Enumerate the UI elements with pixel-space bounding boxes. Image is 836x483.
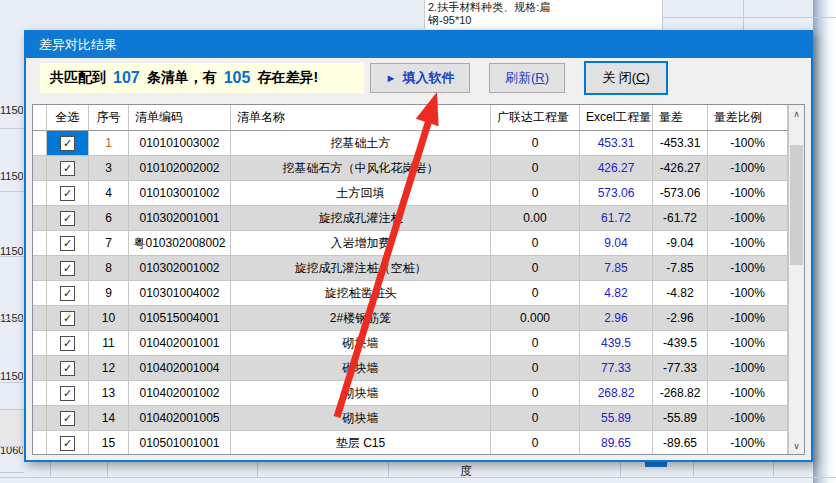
row-checkbox[interactable]: ✓ (60, 361, 75, 376)
header-seq[interactable]: 序号 (89, 105, 129, 131)
close-button[interactable]: 关 闭(C) (584, 61, 668, 95)
cell-diff: -77.33 (653, 356, 708, 381)
table-row[interactable]: ✓ 11 010402001001 砌块墙 0 439.5 -439.5 -10… (33, 331, 788, 356)
cell-name: 砌块墙 (231, 356, 491, 381)
table-row[interactable]: ✓ 1 010101003002 挖基础土方 0 453.31 -453.31 … (33, 131, 788, 156)
header-excel-qty[interactable]: Excel工程量 (580, 105, 653, 131)
cell-seq: 6 (89, 206, 129, 231)
header-diff[interactable]: 量差 (653, 105, 708, 131)
cell-seq: 12 (89, 356, 129, 381)
header-ratio[interactable]: 量差比例 (708, 105, 788, 131)
matched-count: 107 (113, 69, 140, 87)
cell-excel-qty: 4.82 (580, 281, 653, 306)
row-checkbox[interactable]: ✓ (60, 436, 75, 451)
cell-gld-qty: 0 (491, 331, 580, 356)
table-row[interactable]: ✓ 4 010103001002 土方回填 0 573.06 -573.06 -… (33, 181, 788, 206)
cell-code: 010501001001 (129, 431, 231, 455)
checkmark-icon: ✓ (63, 213, 72, 224)
header-code[interactable]: 清单编码 (129, 105, 231, 131)
checkmark-icon: ✓ (63, 313, 72, 324)
row-checkbox[interactable]: ✓ (60, 161, 75, 176)
grid-line (0, 319, 24, 320)
cell-gld-qty: 0 (491, 231, 580, 256)
header-select-all[interactable]: 全选 (47, 105, 89, 131)
row-checkbox[interactable]: ✓ (60, 261, 75, 276)
table-vertical-scrollbar[interactable]: ∧ ∨ (788, 105, 804, 454)
cell-seq: 8 (89, 256, 129, 281)
row-checkbox[interactable]: ✓ (60, 136, 75, 151)
row-checkbox[interactable]: ✓ (60, 336, 75, 351)
row-checkbox[interactable]: ✓ (60, 186, 75, 201)
fill-button-label: 填入软件 (402, 69, 454, 87)
dialog-titlebar[interactable]: 差异对比结果 (26, 32, 811, 58)
cell-seq: 14 (89, 406, 129, 431)
table-row[interactable]: ✓ 13 010402001002 砌块墙 0 268.82 -268.82 -… (33, 381, 788, 406)
background-row-number: 11503 (0, 170, 23, 182)
scroll-up-icon[interactable]: ∧ (789, 105, 804, 122)
row-checkbox[interactable]: ✓ (60, 311, 75, 326)
cell-seq: 13 (89, 381, 129, 406)
cell-code: 010402001001 (129, 331, 231, 356)
cell-gutter (33, 406, 47, 431)
cell-excel-qty: 268.82 (580, 381, 653, 406)
scrollbar-thumb[interactable] (790, 145, 803, 265)
grid-line (0, 382, 24, 383)
cell-gutter (33, 331, 47, 356)
row-checkbox[interactable]: ✓ (60, 411, 75, 426)
cell-name: 挖基础石方（中风化花岗岩） (231, 156, 491, 181)
cell-checkbox: ✓ (47, 181, 89, 206)
cell-name: 垫层 C15 (231, 431, 491, 455)
cell-ratio: -100% (708, 381, 788, 406)
cell-checkbox: ✓ (47, 206, 89, 231)
cell-gutter (33, 281, 47, 306)
cell-diff: -61.72 (653, 206, 708, 231)
grid-line (0, 477, 836, 478)
cell-excel-qty: 439.5 (580, 331, 653, 356)
cell-diff: -453.31 (653, 131, 708, 156)
cell-diff: -426.27 (653, 156, 708, 181)
table-row[interactable]: ✓ 9 010301004002 旋挖桩凿桩头 0 4.82 -4.82 -10… (33, 281, 788, 306)
cell-checkbox: ✓ (47, 406, 89, 431)
cell-gutter (33, 381, 47, 406)
fill-into-software-button[interactable]: ► 填入软件 (370, 63, 470, 93)
grid-line (663, 17, 836, 18)
table-row[interactable]: ✓ 3 010102002002 挖基础石方（中风化花岗岩） 0 426.27 … (33, 156, 788, 181)
table-row[interactable]: ✓ 7 粤010302008002 入岩增加费 0 9.04 -9.04 -10… (33, 231, 788, 256)
row-checkbox[interactable]: ✓ (60, 211, 75, 226)
cell-ratio: -100% (708, 256, 788, 281)
grid-line (0, 191, 24, 192)
summary-mid: 条清单，有 (147, 69, 217, 87)
cell-ratio: -100% (708, 356, 788, 381)
table-row[interactable]: ✓ 6 010302001001 旋挖成孔灌注桩 0.00 61.72 -61.… (33, 206, 788, 231)
match-summary: 共匹配到 107 条清单，有 105 存在差异! (40, 63, 364, 93)
header-name[interactable]: 清单名称 (231, 105, 491, 131)
checkmark-icon: ✓ (63, 363, 72, 374)
row-checkbox[interactable]: ✓ (60, 236, 75, 251)
table-row[interactable]: ✓ 15 010501001001 垫层 C15 0 89.65 -89.65 … (33, 431, 788, 455)
cell-gld-qty: 0.00 (491, 206, 580, 231)
cell-diff: -2.96 (653, 306, 708, 331)
grid-line (0, 472, 24, 473)
cell-gld-qty: 0 (491, 281, 580, 306)
cell-gutter (33, 206, 47, 231)
cell-gld-qty: 0 (491, 381, 580, 406)
row-checkbox[interactable]: ✓ (60, 286, 75, 301)
header-gld-qty[interactable]: 广联达工程量 (491, 105, 580, 131)
cell-checkbox: ✓ (47, 381, 89, 406)
table-row[interactable]: ✓ 10 010515004001 2#楼钢筋笼 0.000 2.96 -2.9… (33, 306, 788, 331)
cell-name: 旋挖成孔灌注桩 (231, 206, 491, 231)
scroll-down-icon[interactable]: ∨ (789, 437, 804, 454)
table-row[interactable]: ✓ 8 010302001002 旋挖成孔灌注桩（空桩） 0 7.85 -7.8… (33, 256, 788, 281)
cell-gutter (33, 431, 47, 455)
background-row-number: 11503 (0, 104, 23, 116)
grid-line (743, 0, 744, 30)
cell-seq: 9 (89, 281, 129, 306)
row-checkbox[interactable]: ✓ (60, 386, 75, 401)
grid-line (0, 128, 24, 129)
table-row[interactable]: ✓ 14 010402001005 砌块墙 0 55.89 -55.89 -10… (33, 406, 788, 431)
refresh-button[interactable]: 刷新(R) (489, 63, 565, 93)
cell-checkbox: ✓ (47, 256, 89, 281)
cell-name: 旋挖成孔灌注桩（空桩） (231, 256, 491, 281)
table-row[interactable]: ✓ 12 010402001004 砌块墙 0 77.33 -77.33 -10… (33, 356, 788, 381)
diff-compare-dialog: 差异对比结果 共匹配到 107 条清单，有 105 存在差异! ► 填入软件 刷… (24, 30, 813, 462)
